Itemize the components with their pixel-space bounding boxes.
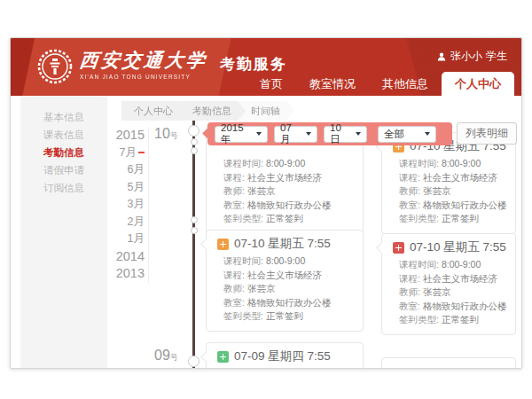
field-value: 正常签到 — [266, 310, 303, 321]
event-card: 07-10 星期五 7:55 课程时间:8:00-9:00 课程:社会主义市场经… — [206, 230, 364, 332]
filter-bar: 2015年 07月 10日 全部 — [207, 122, 452, 145]
field-label: 课程时间: — [399, 259, 439, 270]
attendance-status-icon — [217, 239, 229, 250]
timeline-dot — [188, 356, 200, 367]
field-label: 教室: — [223, 200, 245, 210]
event-card: 07-10 星期五 7:55 课程时间:8:00-9:00 课程:社会主义市场经… — [381, 233, 516, 335]
nav-item-home[interactable]: 首页 — [246, 72, 296, 96]
field-value: 8:00-9:00 — [266, 255, 305, 266]
breadcrumb-timeline[interactable]: 时间轴 — [239, 101, 294, 121]
user-name: 张小小 — [450, 49, 482, 64]
attendance-status-icon — [217, 351, 229, 363]
event-card-title: 07-09 星期四 7:55 — [234, 348, 331, 364]
sidebar-item-timetable[interactable]: 课表信息 — [20, 126, 107, 144]
type-dropdown[interactable]: 全部 — [378, 126, 436, 143]
field-label: 教室: — [399, 200, 420, 210]
field-label: 签到类型: — [399, 213, 439, 223]
field-label: 签到类型: — [223, 310, 263, 321]
month-7[interactable]: 7月 — [106, 145, 145, 162]
user-role: 学生 — [486, 49, 507, 64]
user-info[interactable]: 张小小 学生 — [436, 49, 507, 64]
day-dropdown[interactable]: 10日 — [324, 126, 367, 143]
timeline-dot — [191, 147, 198, 154]
chevron-down-icon — [425, 132, 430, 136]
sidebar-item-leave-request[interactable]: 请假申请 — [20, 161, 107, 179]
field-value: 社会主义市场经济 — [247, 270, 322, 280]
field-value: 张芸京 — [247, 283, 276, 293]
event-card-title: 07-10 星期五 7:55 — [234, 236, 331, 252]
breadcrumb-personal-center[interactable]: 个人中心 — [121, 101, 187, 121]
field-value: 社会主义市场经济 — [247, 172, 322, 183]
field-value: 格物致知行政办公楼 — [423, 200, 507, 210]
field-value: 8:00-9:00 — [442, 158, 481, 168]
field-value: 格物致知行政办公楼 — [247, 297, 332, 308]
list-detail-button[interactable]: 列表明细 — [457, 122, 517, 145]
field-value: 格物致知行政办公楼 — [247, 200, 332, 210]
sidebar-item-basic-info[interactable]: 基本信息 — [20, 108, 107, 126]
timeline-dot — [191, 216, 198, 223]
day-label-10: 10号 — [154, 126, 178, 142]
month-dropdown[interactable]: 07月 — [274, 126, 317, 143]
field-value: 8:00-9:00 — [442, 259, 481, 270]
attendance-status-icon — [393, 242, 404, 254]
field-value: 正常签到 — [266, 213, 303, 223]
nav-item-other-info[interactable]: 其他信息 — [369, 72, 442, 96]
field-label: 课程: — [399, 172, 420, 183]
field-label: 教师: — [399, 286, 420, 297]
university-name-cn: 西安交通大学 — [79, 49, 209, 72]
field-value: 张芸京 — [423, 286, 451, 297]
field-value: 张芸京 — [423, 185, 451, 196]
field-value: 社会主义市场经济 — [423, 273, 497, 284]
field-label: 课程时间: — [223, 255, 263, 266]
breadcrumb: 个人中心 考勤信息 时间轴 — [121, 101, 287, 121]
user-icon — [436, 51, 447, 62]
month-5[interactable]: 5月 — [106, 179, 145, 197]
chevron-down-icon — [256, 132, 262, 136]
field-label: 教师: — [223, 185, 245, 196]
field-value: 8:00-9:00 — [266, 158, 305, 168]
field-value: 格物致知行政办公楼 — [423, 301, 507, 311]
timeline-dot — [191, 227, 198, 234]
chevron-down-icon — [306, 132, 311, 136]
event-card: 07-10 星期五 7:55 课程时间:8:00-9:00 课程:社会主义市场经… — [381, 132, 516, 234]
month-1[interactable]: 1月 — [106, 231, 145, 248]
field-label: 课程时间: — [399, 158, 439, 168]
event-card: 07-09 星期四 7:55 — [206, 342, 364, 369]
field-label: 签到类型: — [399, 314, 439, 325]
sidebar: 基本信息 课表信息 考勤信息 请假申请 订阅信息 — [20, 96, 107, 368]
field-value: 张芸京 — [247, 185, 276, 196]
field-label: 课程: — [399, 273, 420, 284]
attendance-portal-window: 西安交通大学 XI'AN JIAO TONG UNIVERSITY 考勤服务 张… — [10, 37, 522, 369]
chevron-down-icon — [356, 132, 361, 136]
field-label: 课程: — [223, 270, 245, 280]
timeline-year-nav: 2015 7月 6月 5月 3月 2月 1月 2014 2013 — [106, 127, 149, 283]
sidebar-item-attendance[interactable]: 考勤信息 — [20, 144, 107, 161]
field-label: 课程: — [223, 172, 245, 183]
breadcrumb-attendance[interactable]: 考勤信息 — [180, 101, 246, 121]
field-value: 正常签到 — [442, 213, 479, 223]
main-nav: 首页 教室情况 其他信息 个人中心 — [246, 72, 514, 96]
timeline-dot — [191, 138, 198, 145]
nav-item-personal-center[interactable]: 个人中心 — [442, 72, 514, 96]
university-logo-icon — [37, 49, 73, 84]
year-2014[interactable]: 2014 — [106, 248, 145, 266]
field-label: 教室: — [399, 301, 420, 311]
nav-item-classrooms[interactable]: 教室情况 — [296, 72, 369, 96]
field-label: 签到类型: — [223, 213, 263, 223]
current-month-marker — [138, 152, 145, 153]
day-label-09: 09号 — [154, 348, 178, 364]
event-card — [381, 357, 516, 369]
app-header: 西安交通大学 XI'AN JIAO TONG UNIVERSITY 考勤服务 张… — [11, 38, 521, 96]
sidebar-item-subscription[interactable]: 订阅信息 — [20, 179, 107, 197]
field-label: 课程时间: — [223, 158, 263, 168]
month-6[interactable]: 6月 — [106, 161, 145, 179]
field-value: 社会主义市场经济 — [423, 172, 497, 183]
university-name-en: XI'AN JIAO TONG UNIVERSITY — [80, 74, 207, 80]
month-3[interactable]: 3月 — [106, 196, 145, 214]
university-name: 西安交通大学 XI'AN JIAO TONG UNIVERSITY — [80, 49, 207, 80]
year-dropdown[interactable]: 2015年 — [215, 126, 268, 143]
year-2015[interactable]: 2015 — [106, 127, 145, 145]
month-2[interactable]: 2月 — [106, 214, 145, 231]
field-label: 教师: — [223, 283, 245, 293]
year-2013[interactable]: 2013 — [106, 265, 145, 283]
